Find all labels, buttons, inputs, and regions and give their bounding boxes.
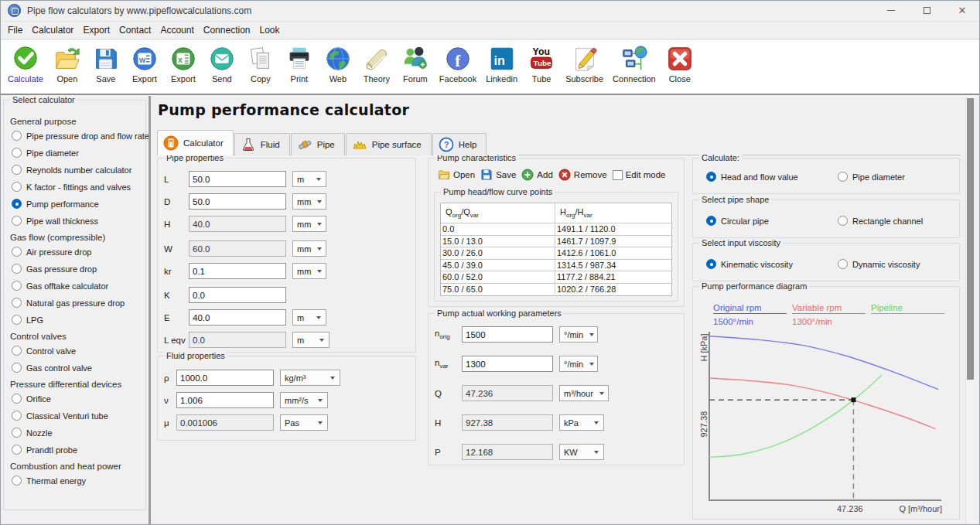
dynamic-viscosity-input[interactable] [176,414,274,431]
W-unit-select[interactable]: mm [292,240,326,257]
tab-help[interactable]: ? Help [432,133,487,155]
density-unit-select[interactable]: kg/m³ [280,370,340,386]
K-input[interactable] [189,287,286,303]
curve-open-button[interactable]: Open [438,169,475,181]
sidebar-item-thermal-energy[interactable]: Thermal energy [12,476,144,486]
close-app-button[interactable]: Close [661,44,699,84]
kr-unit-select[interactable]: mm [292,263,326,279]
menu-account[interactable]: Account [155,23,198,37]
sidebar-item-lpg[interactable]: LPG [12,315,144,325]
sidebar-item-venturi-tube[interactable]: Classical Venturi tube [12,411,144,421]
print-button[interactable]: Print [280,44,319,84]
curve-point-row[interactable]: 30.0 / 26.01412.6 / 1061.0 [441,247,671,259]
sidebar-item-prandtl-probe[interactable]: Prandtl probe [12,445,144,455]
tab-pipe-surface[interactable]: Pipe surface [346,133,432,155]
web-button[interactable]: Web [319,44,357,84]
menu-connection[interactable]: Connection [199,23,255,37]
sidebar-item-k-factor[interactable]: K factor - fittings and valves [12,182,144,192]
connection-button[interactable]: Connection [608,44,661,84]
W-input[interactable] [189,240,286,257]
kr-input[interactable] [189,263,286,279]
export-excel-button[interactable]: x Export [164,44,203,84]
radio-kinematic-viscosity[interactable]: Kinematic viscosity [706,259,793,269]
P-result-input[interactable] [462,444,553,460]
radio-circular-pipe[interactable]: Circular pipe [706,216,769,226]
open-button[interactable]: Open [48,44,87,84]
curve-point-row[interactable]: 60.0 / 52.01177.2 / 884.21 [441,271,671,283]
curve-point-row[interactable]: 15.0 / 13.01461.7 / 1097.9 [441,235,671,247]
export-word-button[interactable]: w Export [125,44,164,84]
D-unit-select[interactable]: mm [292,193,326,210]
Q-unit-select[interactable]: m³/hour [559,385,609,401]
dynamic-viscosity-unit-select[interactable]: Pas [280,414,328,431]
E-input[interactable] [189,309,286,326]
sidebar-item-pump-performance[interactable]: Pump performance [12,199,144,209]
menu-calculator[interactable]: Calculator [27,23,78,37]
sidebar-item-gas-pressure-drop[interactable]: Gas pressure drop [12,264,144,274]
menu-look[interactable]: Look [255,23,285,37]
H-input[interactable] [189,216,286,232]
sidebar-item-control-valve[interactable]: Control valve [12,346,144,356]
maximize-button[interactable] [909,0,944,21]
facebook-button[interactable]: f Facebook [435,44,481,84]
scrollbar-thumb[interactable] [967,98,974,380]
tab-fluid[interactable]: Fluid [234,133,290,155]
H-result-unit-select[interactable]: kPa [559,414,604,431]
Q-result-input[interactable] [462,385,553,401]
Leqv-unit-select[interactable]: m [292,332,330,348]
radio-dynamic-viscosity[interactable]: Dynamic viscosity [838,259,920,269]
menu-contact[interactable]: Contact [114,23,155,37]
sidebar-item-nozzle[interactable]: Nozzle [12,428,144,438]
send-button[interactable]: Send [203,44,241,84]
forum-button[interactable]: Forum [396,44,435,84]
curve-add-button[interactable]: Add [521,169,552,181]
H-unit-select[interactable]: mm [292,216,326,232]
curve-point-row[interactable]: 45.0 / 39.01314.5 / 987.34 [441,259,671,271]
Leqv-input[interactable] [189,332,286,348]
kinematic-viscosity-input[interactable] [176,392,274,408]
sidebar-item-orifice[interactable]: Orifice [12,394,144,404]
n-orig-input[interactable] [462,326,553,343]
radio-rectangle-channel[interactable]: Rectangle channel [838,216,923,226]
L-input[interactable] [189,171,286,187]
linkedin-button[interactable]: in Linkedin [481,44,522,84]
density-input[interactable] [176,370,274,386]
D-input[interactable] [189,193,286,210]
sidebar-item-pipe-diameter[interactable]: Pipe diameter [12,148,144,158]
kinematic-viscosity-unit-select[interactable]: mm²/s [280,392,328,408]
radio-head-and-flow[interactable]: Head and flow value [706,172,798,182]
radio-pipe-diameter[interactable]: Pipe diameter [838,172,905,182]
E-unit-select[interactable]: m [292,309,326,326]
close-window-button[interactable]: ✕ [944,0,980,21]
sidebar-item-reynolds-number[interactable]: Reynolds number calculator [12,165,144,175]
subscribe-button[interactable]: Subscribe [561,44,608,84]
edit-mode-checkbox[interactable]: Edit mode [613,170,666,180]
curve-point-row[interactable]: 75.0 / 65.01020.2 / 766.28 [441,283,671,295]
calculate-button[interactable]: Calculate [3,44,48,84]
sidebar-item-air-pressure-drop[interactable]: Air pressure drop [12,247,144,257]
tab-pipe[interactable]: Pipe [291,133,345,155]
n-var-unit-select[interactable]: °/min [559,356,598,372]
copy-button[interactable]: Copy [241,44,280,84]
minimize-button[interactable] [873,0,909,21]
sidebar-item-gas-offtake[interactable]: Gas offtake calculator [12,281,144,291]
curve-point-row[interactable]: 0.01491.1 / 1120.0 [441,223,671,235]
H-result-input[interactable] [462,414,553,431]
youtube-button[interactable]: YouTube Tube [522,44,561,84]
sidebar-item-pipe-pressure-drop[interactable]: Pipe pressure drop and flow rate [12,131,144,141]
curve-save-button[interactable]: Save [480,169,516,181]
P-unit-select[interactable]: KW [559,444,604,460]
menu-file[interactable]: File [3,23,27,37]
sidebar-splitter[interactable] [149,96,151,525]
sidebar-item-pipe-wall-thickness[interactable]: Pipe wall thickness [12,216,144,226]
vertical-scrollbar[interactable] [965,96,974,525]
sidebar-item-gas-control-valve[interactable]: Gas control valve [12,363,144,373]
n-orig-unit-select[interactable]: °/min [559,326,598,343]
save-button[interactable]: Save [87,44,125,84]
n-var-input[interactable] [462,356,553,372]
theory-button[interactable]: Theory [357,44,396,84]
sidebar-item-natural-gas[interactable]: Natural gas pressure drop [12,298,144,308]
curve-remove-button[interactable]: Remove [558,169,607,181]
tab-calculator[interactable]: Calculator [157,130,234,155]
menu-export[interactable]: Export [78,23,114,37]
